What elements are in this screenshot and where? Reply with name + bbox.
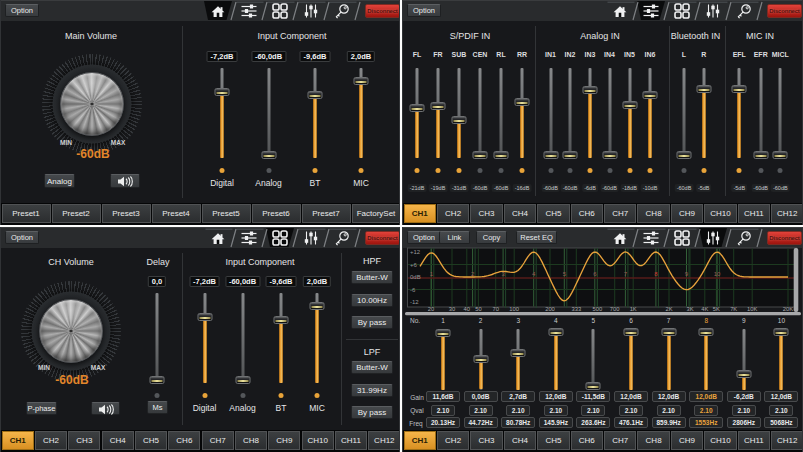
svg-text:20K: 20K xyxy=(783,306,793,312)
svg-text:5K: 5K xyxy=(713,306,720,312)
svg-text:20: 20 xyxy=(428,306,434,312)
svg-text:40: 40 xyxy=(464,306,470,312)
svg-text:1K: 1K xyxy=(630,306,637,312)
svg-text:-12: -12 xyxy=(410,299,419,305)
svg-text:4K: 4K xyxy=(701,306,708,312)
svg-text:333: 333 xyxy=(571,306,581,312)
svg-text:50: 50 xyxy=(475,306,481,312)
svg-text:3K: 3K xyxy=(686,306,693,312)
svg-text:500: 500 xyxy=(593,306,603,312)
svg-text:0dB: 0dB xyxy=(410,274,421,280)
svg-text:-6: -6 xyxy=(410,287,416,293)
svg-text:70: 70 xyxy=(492,306,498,312)
svg-text:700: 700 xyxy=(610,306,620,312)
svg-text:100: 100 xyxy=(509,306,519,312)
svg-text:200: 200 xyxy=(545,306,555,312)
svg-text:10: 10 xyxy=(714,271,721,277)
svg-text:7K: 7K xyxy=(730,306,737,312)
svg-text:+12: +12 xyxy=(410,249,421,255)
svg-text:10K: 10K xyxy=(747,306,757,312)
svg-text:+6: +6 xyxy=(410,262,418,268)
svg-text:30: 30 xyxy=(449,306,455,312)
svg-text:2K: 2K xyxy=(665,306,672,312)
